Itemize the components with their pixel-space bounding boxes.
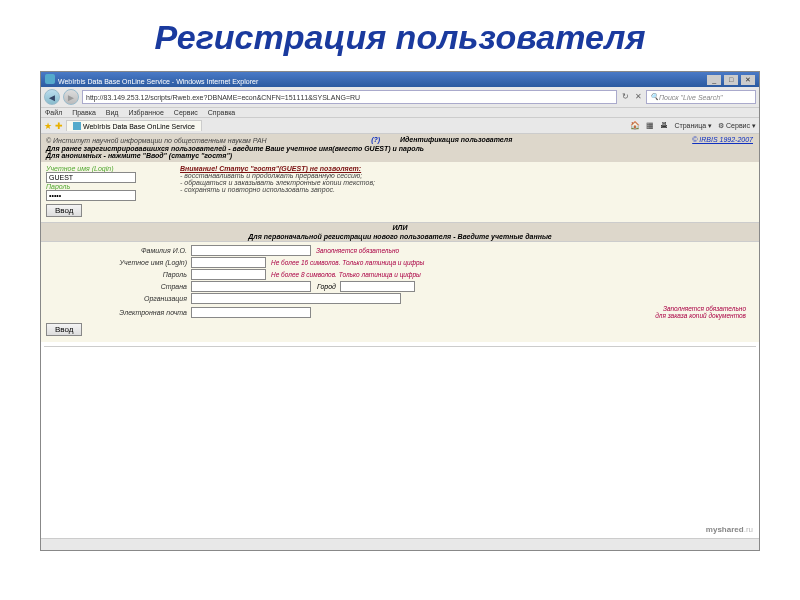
page-content: © Институт научной информации по обществ… bbox=[41, 134, 759, 538]
print-icon[interactable]: 🖶 bbox=[660, 121, 668, 130]
feed-icon[interactable]: ▦ bbox=[646, 121, 654, 130]
menu-tools[interactable]: Сервис bbox=[174, 109, 198, 116]
page-menu[interactable]: Страница ▾ bbox=[674, 122, 712, 130]
menu-edit[interactable]: Правка bbox=[72, 109, 96, 116]
tab-bar: ★ ✚ WebIrbis Data Base OnLine Service 🏠 … bbox=[41, 118, 759, 134]
favorites-icon[interactable]: ★ bbox=[44, 121, 52, 131]
guest-warning-2: - обращаться и заказывать электронные ко… bbox=[180, 179, 375, 186]
menu-view[interactable]: Вид bbox=[106, 109, 119, 116]
login-submit-button[interactable]: Ввод bbox=[46, 204, 82, 217]
fio-input[interactable] bbox=[191, 245, 311, 256]
service-menu[interactable]: ⚙ Сервис ▾ bbox=[718, 122, 756, 130]
tab-icon bbox=[73, 122, 81, 130]
watermark: myshared.ru bbox=[706, 525, 753, 534]
window-controls: _ □ ✕ bbox=[706, 75, 755, 85]
email-label: Электронная почта bbox=[46, 309, 191, 316]
header-box: © Институт научной информации по обществ… bbox=[41, 134, 759, 162]
refresh-button[interactable]: ↻ bbox=[620, 92, 630, 102]
add-favorite-icon[interactable]: ✚ bbox=[55, 121, 63, 131]
email-hint: Заполняется обязательно для заказа копий… bbox=[655, 305, 754, 319]
login-input[interactable] bbox=[46, 172, 136, 183]
register-submit-button[interactable]: Ввод bbox=[46, 323, 82, 336]
close-button[interactable]: ✕ bbox=[741, 75, 755, 85]
menu-help[interactable]: Справка bbox=[208, 109, 235, 116]
window-titlebar: WebIrbis Data Base OnLine Service - Wind… bbox=[41, 72, 759, 87]
instructions-anonymous: Для анонимных - нажмите "Ввод" (статус "… bbox=[46, 152, 754, 159]
address-bar[interactable]: http://83.149.253.12/scripts/Rweb.exe?DB… bbox=[82, 90, 617, 104]
fio-label: Фамилия И.О. bbox=[46, 247, 191, 254]
home-icon[interactable]: 🏠 bbox=[630, 121, 640, 130]
registration-form: Фамилия И.О. Заполняется обязательно Уче… bbox=[41, 242, 759, 342]
instructions-registered: Для ранее зарегистрировавшихся пользоват… bbox=[46, 145, 754, 152]
password-input[interactable] bbox=[46, 190, 136, 201]
reg-password-input[interactable] bbox=[191, 269, 266, 280]
password-label: Пароль bbox=[46, 183, 176, 190]
fio-hint: Заполняется обязательно bbox=[316, 247, 399, 254]
country-label: Страна bbox=[46, 283, 191, 290]
nav-toolbar: ◄ ► http://83.149.253.12/scripts/Rweb.ex… bbox=[41, 87, 759, 108]
login-label: Учетное имя (Login) bbox=[46, 165, 176, 172]
country-input[interactable] bbox=[191, 281, 311, 292]
guest-warning-1: - восстанавливать и продолжать прерванну… bbox=[180, 172, 375, 179]
reg-login-hint: Не более 16 символов. Только латиница и … bbox=[271, 259, 424, 266]
menu-bar: Файл Правка Вид Избранное Сервис Справка bbox=[41, 108, 759, 118]
or-divider: ИЛИ bbox=[41, 222, 759, 232]
login-section: Учетное имя (Login) Пароль Внимание! Ста… bbox=[41, 162, 759, 222]
guest-warning-3: - сохранять и повторно использовать запр… bbox=[180, 186, 375, 193]
stop-button[interactable]: ✕ bbox=[633, 92, 643, 102]
city-label: Город bbox=[317, 283, 336, 290]
org-input[interactable] bbox=[191, 293, 401, 304]
browser-tab[interactable]: WebIrbis Data Base OnLine Service bbox=[66, 120, 202, 131]
search-box[interactable]: 🔍 Поиск "Live Search" bbox=[646, 90, 756, 104]
back-button[interactable]: ◄ bbox=[44, 89, 60, 105]
reg-login-label: Учетное имя (Login) bbox=[46, 259, 191, 266]
org-label: Организация bbox=[46, 295, 191, 302]
reg-password-hint: Не более 8 символов. Только латиница и ц… bbox=[271, 271, 421, 278]
email-input[interactable] bbox=[191, 307, 311, 318]
maximize-button[interactable]: □ bbox=[724, 75, 738, 85]
forward-button[interactable]: ► bbox=[63, 89, 79, 105]
identification-title: Идентификация пользователя bbox=[400, 136, 512, 143]
menu-favorites[interactable]: Избранное bbox=[128, 109, 163, 116]
menu-file[interactable]: Файл bbox=[45, 109, 62, 116]
city-input[interactable] bbox=[340, 281, 415, 292]
window-title: WebIrbis Data Base OnLine Service - Wind… bbox=[58, 78, 258, 85]
guest-warning-title: Внимание! Статус "гостя"(GUEST) не позво… bbox=[180, 165, 375, 172]
irbis-copyright-link[interactable]: © IRBIS 1992-2007 bbox=[692, 136, 753, 143]
ie-icon bbox=[45, 74, 55, 84]
slide-title: Регистрация пользователя bbox=[0, 0, 800, 71]
status-bar bbox=[41, 538, 759, 550]
reg-password-label: Пароль bbox=[46, 271, 191, 278]
browser-window: WebIrbis Data Base OnLine Service - Wind… bbox=[40, 71, 760, 551]
reg-login-input[interactable] bbox=[191, 257, 266, 268]
minimize-button[interactable]: _ bbox=[707, 75, 721, 85]
registration-header: Для первоначальной регистрации нового по… bbox=[41, 232, 759, 242]
help-link[interactable]: (?) bbox=[371, 136, 380, 143]
